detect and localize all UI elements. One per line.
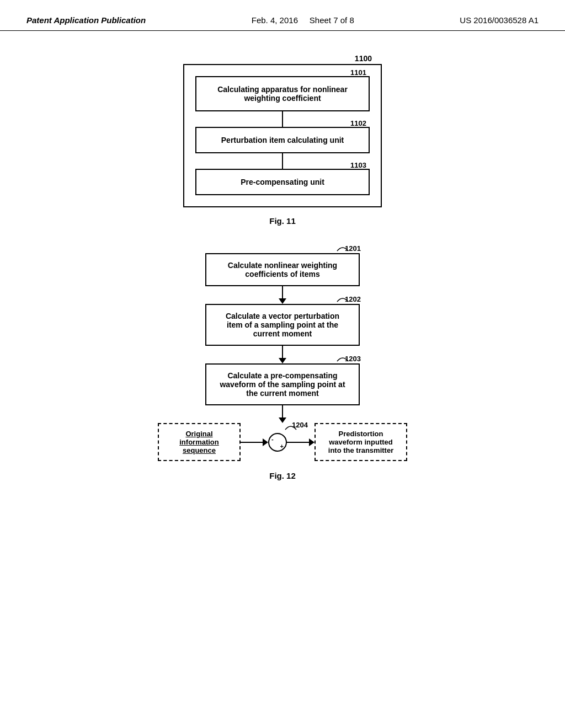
fig11-caption: Fig. 11	[269, 216, 296, 226]
publication-label: Patent Application Publication	[26, 15, 146, 25]
arrow-1	[279, 286, 286, 304]
sheet-number: Sheet 7 of 8	[310, 15, 354, 25]
pub-date: Feb. 4, 2016	[252, 15, 298, 25]
fig12-flow: 1201 Calculate nonlinear weighting coeff…	[106, 253, 459, 461]
fig11-diagram: 1100 1101 Calculating apparatus for nonl…	[183, 64, 382, 226]
page-header: Patent Application Publication Feb. 4, 2…	[0, 0, 565, 31]
plus-sign: +	[280, 443, 284, 449]
fig12-block3-wrapper: 1203 Calculate a pre-compensating wavefo…	[205, 363, 360, 405]
arrow-2	[279, 346, 286, 363]
fig12-block1-wrapper: 1201 Calculate nonlinear weighting coeff…	[205, 253, 360, 286]
connector-1	[282, 111, 283, 127]
fig11-box2-label: 1102	[349, 119, 367, 127]
fig11-box1-label: 1101	[349, 68, 367, 77]
fig12-left-dashed: Original information sequence	[158, 423, 241, 461]
arrow-3	[279, 405, 286, 423]
circle-to-right-arrow	[287, 438, 315, 446]
fig11-box3: Pre-compensating unit	[195, 169, 370, 195]
fig11-box1: Calculating apparatus for nonlinear weig…	[195, 76, 370, 111]
fig12-box3: Calculate a pre-compensating waveform of…	[205, 363, 360, 405]
fig12-box2: Calculate a vector perturbation item of …	[205, 304, 360, 346]
curve-decorator-1	[334, 243, 351, 253]
fig11-box3-label: 1103	[349, 161, 367, 169]
sheet-info: Feb. 4, 2016 Sheet 7 of 8	[252, 15, 354, 25]
main-content: 1100 1101 Calculating apparatus for nonl…	[0, 31, 565, 502]
curve-decorator-4	[282, 422, 299, 432]
patent-number: US 2016/0036528 A1	[460, 15, 539, 25]
left-to-circle-arrow	[241, 438, 268, 446]
fig12-bottom-row: Original information sequence 1204	[106, 423, 459, 461]
combiner-circle: - +	[268, 433, 287, 452]
fig12-box1: Calculate nonlinear weighting coefficien…	[205, 253, 360, 286]
fig12-caption: Fig. 12	[269, 471, 296, 480]
fig11-outer-box: 1101 Calculating apparatus for nonlinear…	[183, 64, 382, 207]
connector-2	[282, 153, 283, 169]
fig12-right-dashed: Predistortion waveform inputted into the…	[315, 423, 407, 461]
fig12-combiner-wrapper: 1204 - +	[268, 433, 287, 452]
curve-decorator-3	[334, 354, 351, 363]
fig11-box2: Perturbation item calculating unit	[195, 127, 370, 153]
minus-sign: -	[271, 436, 274, 442]
fig12-diagram: 1201 Calculate nonlinear weighting coeff…	[44, 253, 521, 480]
curve-decorator-2	[334, 294, 351, 304]
fig11-outer-label: 1100	[355, 54, 372, 63]
fig12-block2-wrapper: 1202 Calculate a vector perturbation ite…	[205, 304, 360, 346]
